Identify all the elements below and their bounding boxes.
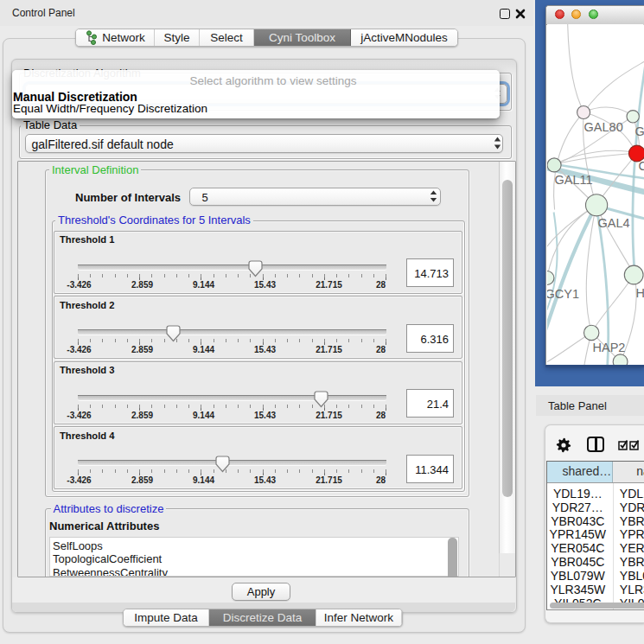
svg-text:C: C — [639, 159, 644, 173]
svg-text:GAL4: GAL4 — [598, 216, 630, 230]
svg-text:HAP2: HAP2 — [593, 341, 626, 354]
svg-text:G.: G. — [635, 124, 644, 138]
svg-text:H: H — [636, 286, 644, 300]
svg-text:GAL11: GAL11 — [555, 173, 593, 187]
svg-text:GCY1: GCY1 — [547, 287, 579, 301]
svg-text:GAL80: GAL80 — [584, 120, 623, 134]
